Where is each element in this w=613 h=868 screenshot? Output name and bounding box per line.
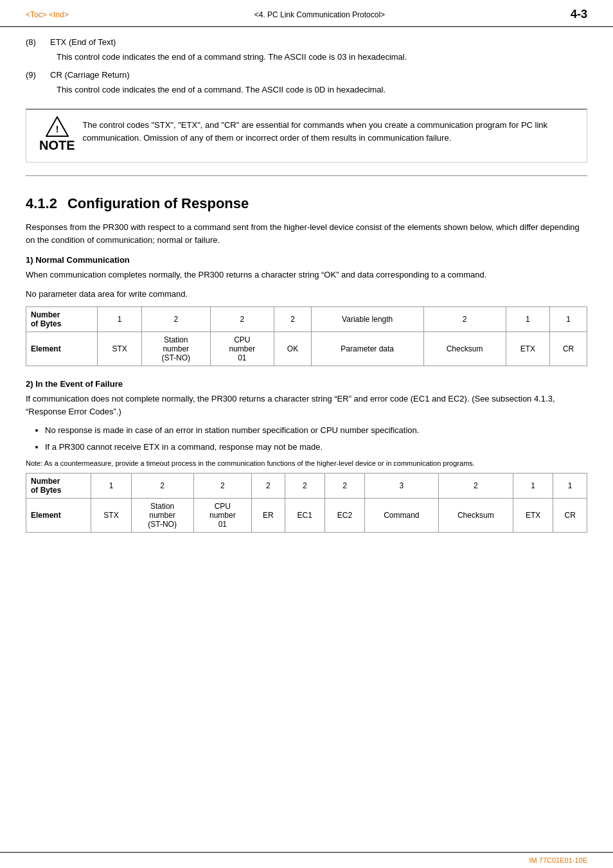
note-icon-area: ! NOTE <box>39 116 75 153</box>
t2-el-er: ER <box>252 498 285 532</box>
table-row-element1: Element STX Stationnumber(ST-NO) CPUnumb… <box>26 332 587 366</box>
item-9-desc: This control code indicates the end of a… <box>57 84 587 96</box>
section-number: 4.1.2 <box>26 195 57 212</box>
item-8-num: (8) <box>26 37 45 64</box>
item-9-title: CR (Carriage Return) <box>50 70 587 80</box>
table-element-station: Stationnumber(ST-NO) <box>141 332 210 366</box>
table-element-cpu: CPUnumber01 <box>210 332 274 366</box>
section-divider <box>26 175 587 176</box>
table-header-label-bytes: Numberof Bytes <box>26 307 98 332</box>
main-content: (8) ETX (End of Text) This control code … <box>0 37 613 571</box>
item-8-content: ETX (End of Text) This control code indi… <box>50 37 587 64</box>
failure-note: Note: As a countermeasure, provide a tim… <box>26 458 587 469</box>
normal-comm-para: When communication completes normally, t… <box>26 269 587 281</box>
table-element-ok: OK <box>274 332 312 366</box>
t2-el-station: Stationnumber(ST-NO) <box>131 498 193 532</box>
t2-col-1: 1 <box>91 473 131 498</box>
t2-col-2a: 2 <box>131 473 193 498</box>
failure-bullet-list: No response is made in case of an error … <box>45 424 587 453</box>
section-intro: Responses from the PR300 with respect to… <box>26 221 587 246</box>
item-8: (8) ETX (End of Text) This control code … <box>26 37 587 64</box>
t2-el-ec2: EC2 <box>324 498 364 532</box>
t2-col-2e: 2 <box>324 473 364 498</box>
failure-para: If communication does not complete norma… <box>26 393 587 418</box>
note-text: The control codes "STX", "ETX", and "CR"… <box>83 119 574 144</box>
section-content: Responses from the PR300 with respect to… <box>26 221 587 533</box>
table-col-bytes-2d: 2 <box>423 307 506 332</box>
page: <Toc> <Ind> <4. PC Link Communication Pr… <box>0 0 613 868</box>
failure-heading: 2) In the Event of Failure <box>26 379 587 389</box>
item-9-content: CR (Carriage Return) This control code i… <box>50 70 587 96</box>
t2-col-2f: 2 <box>438 473 513 498</box>
item-9-num: (9) <box>26 70 45 96</box>
item-8-title: ETX (End of Text) <box>50 37 587 47</box>
table-row-header1: Numberof Bytes 1 2 2 2 Variable length 2… <box>26 307 587 332</box>
table-element-stx: STX <box>98 332 142 366</box>
table2-row-element: Element STX Stationnumber(ST-NO) CPUnumb… <box>26 498 587 532</box>
header-chapter: <4. PC Link Communication Protocol> <box>254 10 385 19</box>
t2-col-1c: 1 <box>553 473 587 498</box>
t2-el-cpu: CPUnumber01 <box>193 498 252 532</box>
table-element-param: Parameter data <box>311 332 423 366</box>
bullet-item-1: No response is made in case of an error … <box>45 424 587 437</box>
table-element-checksum: Checksum <box>423 332 506 366</box>
t2-col-2b: 2 <box>193 473 252 498</box>
table2-element-label: Element <box>26 498 91 532</box>
normal-comm-heading: 1) Normal Communication <box>26 255 587 265</box>
note-label: NOTE <box>39 138 75 153</box>
table-col-bytes-1b: 1 <box>506 307 550 332</box>
page-header: <Toc> <Ind> <4. PC Link Communication Pr… <box>0 0 613 27</box>
table-element-label: Element <box>26 332 98 366</box>
item-8-desc: This control code indicates the end of a… <box>57 51 587 64</box>
header-page-number: 4-3 <box>571 8 587 21</box>
table-col-bytes-1: 1 <box>98 307 142 332</box>
header-toc: <Toc> <Ind> <box>26 10 69 19</box>
t2-el-checksum: Checksum <box>438 498 513 532</box>
table-element-etx: ETX <box>506 332 550 366</box>
table-col-bytes-2b: 2 <box>210 307 274 332</box>
table-col-bytes-var: Variable length <box>311 307 423 332</box>
t2-el-cr: CR <box>553 498 587 532</box>
t2-col-2d: 2 <box>285 473 324 498</box>
note-box: ! NOTE The control codes "STX", "ETX", a… <box>26 109 587 163</box>
failure-comm-table: Numberof Bytes 1 2 2 2 2 2 3 2 1 1 Eleme… <box>26 473 587 533</box>
t2-el-stx: STX <box>91 498 131 532</box>
normal-table-note: No parameter data area for write command… <box>26 288 587 301</box>
section-heading: 4.1.2 Configuration of Response <box>26 195 587 212</box>
t2-el-ec1: EC1 <box>285 498 324 532</box>
t2-el-command: Command <box>365 498 438 532</box>
footer-doc-number: IM 77C01E01-10E <box>529 856 588 864</box>
warning-triangle-icon: ! <box>46 116 69 137</box>
table-col-bytes-1c: 1 <box>550 307 587 332</box>
t2-col-1b: 1 <box>513 473 553 498</box>
t2-col-3: 3 <box>365 473 438 498</box>
t2-el-etx: ETX <box>513 498 553 532</box>
t2-col-2c: 2 <box>252 473 285 498</box>
table-col-bytes-2a: 2 <box>141 307 210 332</box>
table-col-bytes-2c: 2 <box>274 307 312 332</box>
page-footer: IM 77C01E01-10E <box>0 852 613 868</box>
table2-header-label-bytes: Numberof Bytes <box>26 473 91 498</box>
svg-text:!: ! <box>55 124 58 134</box>
table-element-cr: CR <box>550 332 587 366</box>
item-9: (9) CR (Carriage Return) This control co… <box>26 70 587 96</box>
section-title: Configuration of Response <box>67 195 249 212</box>
table2-row-header: Numberof Bytes 1 2 2 2 2 2 3 2 1 1 <box>26 473 587 498</box>
normal-comm-table: Numberof Bytes 1 2 2 2 Variable length 2… <box>26 306 587 366</box>
bullet-item-2: If a PR300 cannot receive ETX in a comma… <box>45 441 587 454</box>
